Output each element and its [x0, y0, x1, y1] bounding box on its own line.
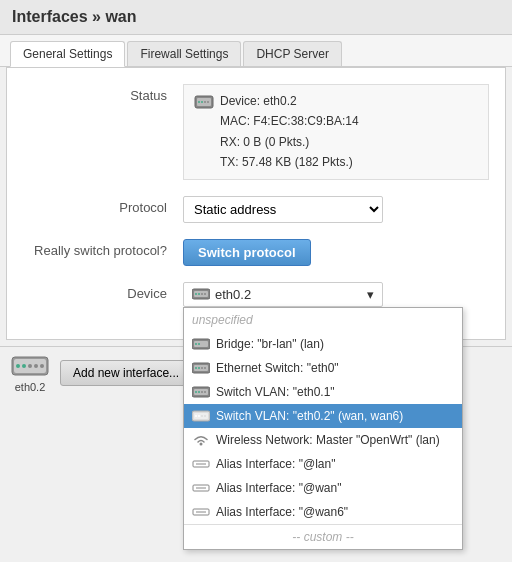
- bottom-device-label: eth0.2: [15, 381, 46, 393]
- tab-dhcp-server[interactable]: DHCP Server: [243, 41, 341, 66]
- chevron-down-icon: ▾: [367, 287, 374, 302]
- dropdown-item-alias-wan6-label: Alias Interface: "@wan6": [216, 505, 348, 519]
- switch-protocol-control: Switch protocol: [183, 239, 489, 266]
- dropdown-item-br-lan-label: Bridge: "br-lan" (lan): [216, 337, 324, 351]
- dropdown-item-alias-wan6[interactable]: Alias Interface: "@wan6": [184, 500, 462, 524]
- status-device: Device: eth0.2: [220, 91, 359, 111]
- device-label: Device: [23, 282, 183, 301]
- dropdown-item-br-lan[interactable]: Bridge: "br-lan" (lan): [184, 332, 462, 356]
- svg-point-34: [200, 442, 203, 445]
- add-new-interface-button[interactable]: Add new interface...: [60, 360, 192, 386]
- device-select-icon: [192, 287, 210, 301]
- svg-point-18: [195, 367, 197, 369]
- bottom-device-icon: [10, 353, 50, 381]
- dropdown-item-unspecified[interactable]: unspecified: [184, 308, 462, 332]
- alias-lan-icon: [192, 457, 210, 471]
- svg-point-43: [16, 364, 20, 368]
- svg-point-9: [198, 293, 200, 295]
- svg-point-44: [22, 364, 26, 368]
- svg-point-19: [198, 367, 200, 369]
- dropdown-item-eth0-label: Ethernet Switch: "eth0": [216, 361, 339, 375]
- eth0-2-icon: [192, 409, 210, 423]
- device-row: Device eth0.2 ▾: [23, 282, 489, 307]
- dropdown-item-eth0-2-label: Switch VLAN: "eth0.2" (wan, wan6): [216, 409, 403, 423]
- status-mac: MAC: F4:EC:38:C9:BA:14: [220, 111, 359, 131]
- svg-point-31: [198, 415, 200, 417]
- tab-bar: General Settings Firewall Settings DHCP …: [0, 35, 512, 67]
- switch-protocol-button[interactable]: Switch protocol: [183, 239, 311, 266]
- alias-wan6-icon: [192, 505, 210, 519]
- svg-point-47: [40, 364, 44, 368]
- dropdown-item-eth0[interactable]: Ethernet Switch: "eth0": [184, 356, 462, 380]
- protocol-row: Protocol Static address DHCP client PPPo…: [23, 196, 489, 223]
- tab-general-settings[interactable]: General Settings: [10, 41, 125, 67]
- status-label: Status: [23, 84, 183, 103]
- dropdown-item-wlan0[interactable]: Wireless Network: Master "OpenWrt" (lan): [184, 428, 462, 452]
- svg-point-4: [204, 101, 206, 103]
- svg-point-3: [201, 101, 203, 103]
- device-dropdown-menu: unspecified Bridge: "br-lan" (lan): [183, 307, 463, 550]
- dropdown-item-eth0-2[interactable]: Switch VLAN: "eth0.2" (wan, wan6): [184, 404, 462, 428]
- alias-wan-icon: [192, 481, 210, 495]
- svg-point-2: [198, 101, 200, 103]
- dropdown-item-wlan0-label: Wireless Network: Master "OpenWrt" (lan): [216, 433, 440, 447]
- svg-point-10: [201, 293, 203, 295]
- dropdown-item-eth0-1-label: Switch VLAN: "eth0.1": [216, 385, 335, 399]
- switch-protocol-label: Really switch protocol?: [23, 239, 183, 258]
- bottom-device-icon-group: eth0.2: [10, 353, 50, 393]
- dropdown-item-alias-wan-label: Alias Interface: "@wan": [216, 481, 341, 495]
- svg-point-5: [207, 101, 209, 103]
- protocol-select[interactable]: Static address DHCP client PPPoE: [183, 196, 383, 223]
- dropdown-item-alias-wan[interactable]: Alias Interface: "@wan": [184, 476, 462, 500]
- device-icon: [194, 93, 214, 113]
- page-header: Interfaces » wan: [0, 0, 512, 35]
- status-rx: RX: 0 B (0 Pkts.): [220, 132, 359, 152]
- eth0-icon: [192, 361, 210, 375]
- svg-point-33: [204, 415, 206, 417]
- status-tx: TX: 57.48 KB (182 Pkts.): [220, 152, 359, 172]
- svg-point-21: [204, 367, 206, 369]
- device-select-button[interactable]: eth0.2 ▾: [183, 282, 383, 307]
- dropdown-item-unspecified-label: unspecified: [192, 313, 253, 327]
- dropdown-item-alias-lan[interactable]: Alias Interface: "@lan": [184, 452, 462, 476]
- svg-point-27: [204, 391, 206, 393]
- svg-point-24: [195, 391, 197, 393]
- svg-point-46: [34, 364, 38, 368]
- svg-point-8: [195, 293, 197, 295]
- svg-point-26: [201, 391, 203, 393]
- form-content: Status Device: eth0.2 MAC: F4:EC:38:C9:B…: [6, 67, 506, 340]
- wifi-icon: [192, 433, 210, 447]
- svg-point-15: [198, 343, 200, 345]
- status-value: Device: eth0.2 MAC: F4:EC:38:C9:BA:14 RX…: [183, 84, 489, 180]
- svg-point-32: [201, 415, 203, 417]
- svg-point-11: [204, 293, 206, 295]
- svg-point-14: [195, 343, 197, 345]
- page-title: Interfaces » wan: [12, 8, 137, 25]
- svg-point-45: [28, 364, 32, 368]
- eth0-1-icon: [192, 385, 210, 399]
- dropdown-item-custom-label: -- custom --: [292, 530, 353, 544]
- switch-protocol-row: Really switch protocol? Switch protocol: [23, 239, 489, 266]
- device-select-value: eth0.2: [215, 287, 251, 302]
- dropdown-item-eth0-1[interactable]: Switch VLAN: "eth0.1": [184, 380, 462, 404]
- tab-firewall-settings[interactable]: Firewall Settings: [127, 41, 241, 66]
- device-select-wrapper: eth0.2 ▾ unspecified: [183, 282, 383, 307]
- status-details: Device: eth0.2 MAC: F4:EC:38:C9:BA:14 RX…: [220, 91, 359, 173]
- dropdown-item-custom[interactable]: -- custom --: [184, 524, 462, 549]
- dropdown-item-alias-lan-label: Alias Interface: "@lan": [216, 457, 335, 471]
- status-box: Device: eth0.2 MAC: F4:EC:38:C9:BA:14 RX…: [183, 84, 489, 180]
- bridge-icon: [192, 337, 210, 351]
- device-control: eth0.2 ▾ unspecified: [183, 282, 489, 307]
- status-row: Status Device: eth0.2 MAC: F4:EC:38:C9:B…: [23, 84, 489, 180]
- svg-point-25: [198, 391, 200, 393]
- svg-point-20: [201, 367, 203, 369]
- protocol-control: Static address DHCP client PPPoE: [183, 196, 489, 223]
- svg-point-30: [195, 415, 197, 417]
- protocol-label: Protocol: [23, 196, 183, 215]
